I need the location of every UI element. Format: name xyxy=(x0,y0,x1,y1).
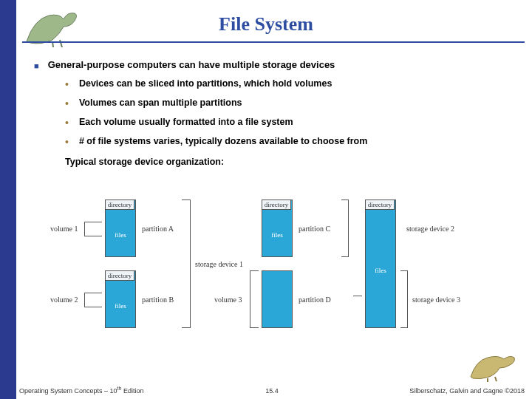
files-label: files xyxy=(106,231,135,239)
footer: Operating System Concepts – 10th Edition… xyxy=(19,386,525,395)
brace-icon xyxy=(341,200,349,257)
files-label: files xyxy=(106,302,135,310)
sub-bullet-text: Volumes can span multiple partitions xyxy=(79,98,242,108)
slide-title: File System xyxy=(0,13,532,35)
volume3-label: volume 3 xyxy=(214,296,242,304)
partition-a-label: partition A xyxy=(142,225,174,233)
sidebar-stripe xyxy=(0,0,16,399)
sub-bullet-text: # of file systems varies, typically doze… xyxy=(79,136,367,146)
storage2-label: storage device 2 xyxy=(406,225,454,233)
title-underline xyxy=(22,41,525,43)
directory-label: directory xyxy=(262,200,291,210)
partition-a-box: directory files xyxy=(105,200,136,257)
footer-center: 15.4 xyxy=(19,387,525,395)
sub-bullet-text: Devices can be sliced into partitions, w… xyxy=(79,78,332,89)
partition-d-box xyxy=(262,270,293,328)
brace-icon xyxy=(182,200,191,328)
tall-volume-box: directory files xyxy=(365,200,396,328)
main-bullet-text: General-purpose computers can have multi… xyxy=(48,59,335,70)
storage1-label: storage device 1 xyxy=(195,260,243,268)
brace-icon xyxy=(250,270,259,328)
storage-diagram: directory files directory files volume 1… xyxy=(52,200,502,355)
partition-b-box: directory files xyxy=(105,270,136,328)
dot-bullet-icon: • xyxy=(65,136,69,148)
sub-bullet-row: • Devices can be sliced into partitions,… xyxy=(65,78,519,90)
partition-b-label: partition B xyxy=(142,296,174,304)
brace-icon xyxy=(84,222,102,236)
volume2-label: volume 2 xyxy=(50,296,78,304)
content-area: ■ General-purpose computers can have mul… xyxy=(34,59,519,167)
partition-d-label: partition D xyxy=(299,296,331,304)
sub-bullet-text: Each volume usually formatted into a fil… xyxy=(79,117,293,127)
sub-bullet-row: • Volumes can span multiple partitions xyxy=(65,98,519,109)
main-bullet-row: ■ General-purpose computers can have mul… xyxy=(34,59,519,72)
storage3-label: storage device 3 xyxy=(412,296,460,304)
dot-bullet-icon: • xyxy=(65,98,69,109)
directory-label: directory xyxy=(105,270,134,281)
connector-line xyxy=(353,296,362,296)
sub-bullet-list: • Devices can be sliced into partitions,… xyxy=(65,78,519,148)
files-label: files xyxy=(366,267,395,274)
partition-c-box: directory files xyxy=(262,200,293,257)
square-bullet-icon: ■ xyxy=(34,59,39,72)
typical-label: Typical storage device organization: xyxy=(65,157,519,167)
dinosaur-bottom-image xyxy=(467,347,519,383)
brace-icon xyxy=(84,293,102,307)
volume1-label: volume 1 xyxy=(50,225,78,233)
directory-label: directory xyxy=(365,200,395,210)
partition-c-label: partition C xyxy=(299,225,330,233)
directory-label: directory xyxy=(105,200,134,210)
sub-bullet-row: • # of file systems varies, typically do… xyxy=(65,136,519,148)
dot-bullet-icon: • xyxy=(65,117,69,129)
brace-icon xyxy=(400,270,408,328)
files-label: files xyxy=(262,231,292,239)
dot-bullet-icon: • xyxy=(65,78,69,90)
sub-bullet-row: • Each volume usually formatted into a f… xyxy=(65,117,519,129)
